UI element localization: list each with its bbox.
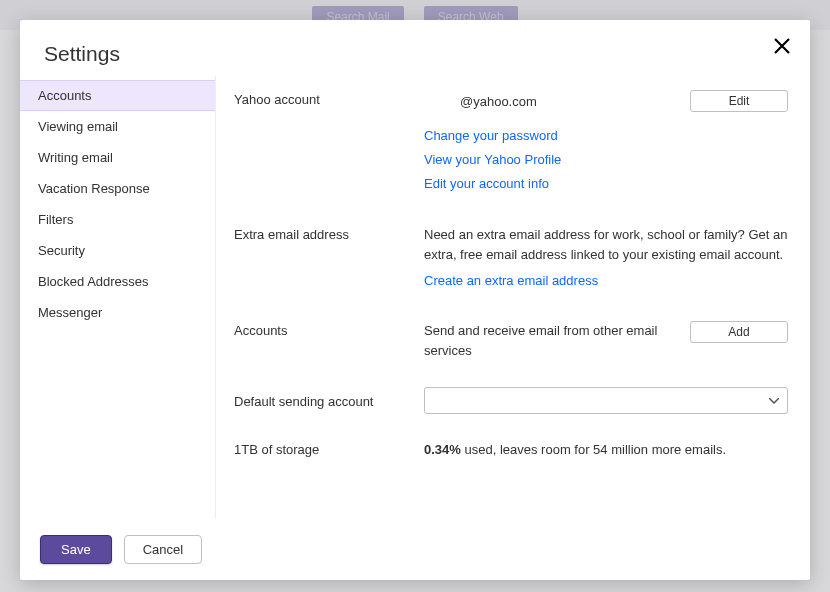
settings-content: Yahoo account @yahoo.com Edit Change you… — [215, 76, 810, 519]
sidebar-item-filters[interactable]: Filters — [20, 204, 215, 235]
accounts-label: Accounts — [234, 321, 424, 338]
sidebar-item-writing-email[interactable]: Writing email — [20, 142, 215, 173]
sidebar-item-label: Vacation Response — [38, 181, 150, 196]
save-button[interactable]: Save — [40, 535, 112, 564]
sidebar-item-label: Messenger — [38, 305, 102, 320]
storage-percent: 0.34% — [424, 442, 461, 457]
extra-email-section: Extra email address Need an extra email … — [234, 225, 788, 295]
view-profile-link[interactable]: View your Yahoo Profile — [424, 150, 788, 170]
sidebar-item-label: Security — [38, 243, 85, 258]
storage-label: 1TB of storage — [234, 440, 424, 457]
yahoo-account-label: Yahoo account — [234, 90, 424, 107]
storage-section: 1TB of storage 0.34% used, leaves room f… — [234, 440, 788, 460]
sidebar-item-vacation-response[interactable]: Vacation Response — [20, 173, 215, 204]
modal-footer: Save Cancel — [20, 519, 810, 580]
sidebar-item-messenger[interactable]: Messenger — [20, 297, 215, 328]
storage-text: used, leaves room for 54 million more em… — [461, 442, 726, 457]
create-extra-email-link[interactable]: Create an extra email address — [424, 271, 788, 291]
default-sending-select[interactable] — [424, 387, 788, 414]
sidebar-item-label: Accounts — [38, 88, 91, 103]
settings-modal: Settings Accounts Viewing email Writing … — [20, 20, 810, 580]
close-button[interactable] — [770, 34, 794, 58]
edit-account-button[interactable]: Edit — [690, 90, 788, 112]
close-icon — [773, 37, 791, 55]
sidebar-item-accounts[interactable]: Accounts — [20, 80, 215, 111]
sidebar-item-label: Filters — [38, 212, 73, 227]
sidebar-item-label: Viewing email — [38, 119, 118, 134]
modal-title: Settings — [44, 42, 786, 66]
default-sending-label: Default sending account — [234, 392, 424, 409]
accounts-desc: Send and receive email from other email … — [424, 321, 690, 361]
sidebar: Accounts Viewing email Writing email Vac… — [20, 76, 215, 519]
modal-body: Accounts Viewing email Writing email Vac… — [20, 76, 810, 519]
sidebar-item-security[interactable]: Security — [20, 235, 215, 266]
sidebar-item-viewing-email[interactable]: Viewing email — [20, 111, 215, 142]
yahoo-account-section: Yahoo account @yahoo.com Edit Change you… — [234, 90, 788, 199]
accounts-section: Accounts Send and receive email from oth… — [234, 321, 788, 361]
account-email: @yahoo.com — [424, 90, 537, 112]
sidebar-item-blocked-addresses[interactable]: Blocked Addresses — [20, 266, 215, 297]
add-account-button[interactable]: Add — [690, 321, 788, 343]
edit-account-info-link[interactable]: Edit your account info — [424, 174, 788, 194]
modal-header: Settings — [20, 20, 810, 76]
extra-email-desc: Need an extra email address for work, sc… — [424, 225, 788, 265]
change-password-link[interactable]: Change your password — [424, 126, 788, 146]
extra-email-label: Extra email address — [234, 225, 424, 242]
default-sending-section: Default sending account — [234, 387, 788, 414]
cancel-button[interactable]: Cancel — [124, 535, 202, 564]
sidebar-item-label: Blocked Addresses — [38, 274, 149, 289]
sidebar-item-label: Writing email — [38, 150, 113, 165]
